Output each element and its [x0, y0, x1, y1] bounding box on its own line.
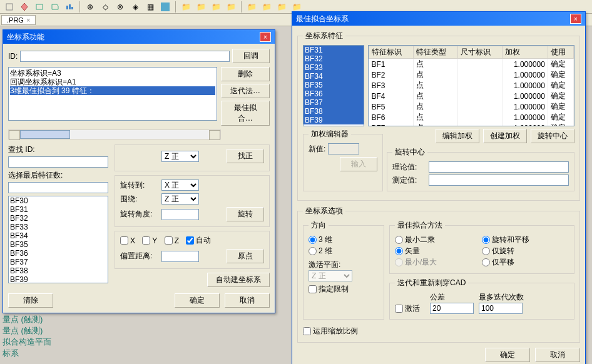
tool-icon-12[interactable]: 📁: [179, 1, 193, 13]
tool-icon-3[interactable]: [33, 1, 46, 13]
tool-icon-15[interactable]: 📁: [224, 1, 238, 13]
titlebar-2[interactable]: 最佳拟合坐标系 ×: [292, 12, 585, 26]
select-last-input[interactable]: [8, 182, 108, 193]
list-item[interactable]: BF38: [304, 107, 364, 116]
cancel-button-1[interactable]: 取消: [225, 293, 270, 308]
tool-icon-4[interactable]: [48, 1, 61, 13]
input-button[interactable]: 输入: [340, 157, 377, 171]
list-item[interactable]: BF37: [304, 98, 364, 107]
auto-cs-button[interactable]: 自动建坐标系: [207, 273, 270, 287]
scale-checkbox[interactable]: 运用缩放比例: [303, 326, 358, 336]
list-item[interactable]: BF39: [9, 275, 108, 283]
x-checkbox[interactable]: X: [120, 236, 135, 245]
list-item[interactable]: BF39: [304, 116, 364, 124]
maxiter-input[interactable]: [479, 303, 523, 314]
list-item[interactable]: BF34: [304, 72, 364, 81]
iter-cad-legend: 迭代和重新刺穿CAD: [395, 278, 468, 288]
tool-icon-8[interactable]: ⊗: [113, 1, 127, 13]
tool-icon-9[interactable]: ◈: [128, 1, 142, 13]
radio-rottrans[interactable]: 旋转和平移: [482, 235, 529, 245]
rotate-button[interactable]: 旋转: [227, 207, 264, 221]
limit-checkbox[interactable]: 指定限制: [309, 284, 349, 295]
scrollbar-1[interactable]: [8, 129, 221, 139]
svg-rect-5: [161, 3, 170, 11]
list-item[interactable]: BF33: [9, 223, 108, 231]
plane-select[interactable]: Z 正: [309, 270, 352, 281]
activate-checkbox[interactable]: 激活: [395, 303, 420, 314]
list-item[interactable]: BF30: [9, 196, 108, 205]
tool-icon-18[interactable]: 📁: [275, 1, 288, 13]
close-button-2[interactable]: ×: [570, 14, 581, 24]
create-weight-button[interactable]: 创建加权: [483, 129, 527, 143]
recall-button[interactable]: 回调: [232, 49, 270, 63]
feature-listbox-1[interactable]: BF30 BF31 BF32 BF33 BF34 BF35 BF36 BF37 …: [8, 196, 108, 283]
level-axis-select[interactable]: Z 正: [161, 151, 199, 162]
find-id-input[interactable]: [8, 156, 108, 168]
tool-icon-1[interactable]: [3, 1, 16, 13]
list-item[interactable]: BF31: [304, 46, 364, 54]
tool-icon-17[interactable]: 📁: [260, 1, 273, 13]
rotate-to-label: 旋转到:: [120, 180, 158, 191]
document-tab[interactable]: .PRG ×: [1, 15, 36, 25]
z-checkbox[interactable]: Z: [165, 236, 179, 245]
ok-button-2[interactable]: 确定: [485, 348, 530, 362]
level-button[interactable]: 找正: [227, 149, 264, 163]
tol-input[interactable]: [430, 303, 474, 314]
delete-button[interactable]: 删除: [221, 67, 270, 81]
titlebar-1[interactable]: 坐标系功能 ×: [3, 30, 275, 44]
tool-icon-7[interactable]: ◇: [98, 1, 112, 13]
radio-rotonly[interactable]: 仅旋转: [482, 246, 514, 256]
cancel-button-2[interactable]: 取消: [535, 348, 580, 362]
tool-icon-2[interactable]: [18, 1, 31, 13]
list-item[interactable]: BF35: [9, 240, 108, 249]
tool-icon-10[interactable]: ▦: [143, 1, 157, 13]
close-button-1[interactable]: ×: [260, 32, 271, 42]
list-item[interactable]: BF33: [304, 63, 364, 72]
radio-2d[interactable]: 2 维: [309, 246, 332, 256]
origin-button[interactable]: 原点: [227, 249, 264, 263]
feature-listbox-2[interactable]: BF31 BF32 BF33 BF34 BF35 BF36 BF37 BF38 …: [303, 45, 364, 126]
feature-table[interactable]: 特征标识特征类型尺寸标识加权使用 BF1点1.000000确定 BF2点1.00…: [368, 45, 574, 126]
auto-checkbox[interactable]: 自动: [186, 235, 211, 246]
list-item[interactable]: BF36: [9, 249, 108, 258]
tool-icon-5[interactable]: [63, 1, 76, 13]
rot-angle-input[interactable]: [161, 209, 199, 220]
rotate-to-select[interactable]: X 正: [161, 179, 199, 191]
meas-input[interactable]: [429, 174, 569, 186]
list-item[interactable]: BF34: [9, 231, 108, 240]
y-checkbox[interactable]: Y: [142, 236, 157, 245]
tool-icon-6[interactable]: ⊕: [83, 1, 97, 13]
list-item[interactable]: BF35: [304, 81, 364, 89]
list-item[interactable]: BF38: [9, 266, 108, 275]
list-item[interactable]: BF32: [9, 214, 108, 223]
radio-vec[interactable]: 矢量: [395, 246, 420, 256]
list-item[interactable]: BF32: [304, 54, 364, 63]
tool-icon-11[interactable]: [158, 1, 172, 13]
rot-center-button[interactable]: 旋转中心: [531, 129, 574, 143]
list-item[interactable]: BF31: [9, 205, 108, 214]
select-last-label: 选择最后特征数:: [8, 170, 108, 181]
edit-weight-button[interactable]: 编辑加权: [436, 129, 479, 143]
theo-input[interactable]: [429, 161, 569, 173]
wrap-label: 围绕:: [120, 194, 158, 205]
ok-button-1[interactable]: 确定: [175, 293, 220, 308]
offset-dist-input[interactable]: [161, 251, 199, 262]
tool-icon-16[interactable]: 📁: [245, 1, 258, 13]
newval-input[interactable]: [328, 143, 359, 154]
iterate-button[interactable]: 迭代法…: [221, 84, 270, 98]
info-textbox[interactable]: 坐标系标识=A3 回调坐标系标识=A1 3维最佳拟合到 39 特征：: [8, 67, 217, 121]
id-input[interactable]: [20, 51, 230, 62]
list-item[interactable]: BF36: [304, 89, 364, 98]
list-item[interactable]: BF37: [9, 258, 108, 266]
radio-3d[interactable]: 3 维: [309, 235, 332, 245]
rot-center-legend: 旋转中心: [392, 147, 427, 158]
bestfit-button[interactable]: 最佳拟合…: [221, 101, 270, 126]
tool-icon-13[interactable]: 📁: [194, 1, 208, 13]
clear-button[interactable]: 清除: [8, 293, 53, 308]
tool-icon-14[interactable]: 📁: [209, 1, 223, 13]
radio-lsq[interactable]: 最小二乘: [395, 235, 435, 245]
meas-label: 测定值:: [392, 175, 429, 186]
tab-close-icon[interactable]: ×: [26, 16, 30, 24]
wrap-select[interactable]: Z 正: [161, 193, 199, 205]
radio-transonly[interactable]: 仅平移: [482, 257, 514, 268]
